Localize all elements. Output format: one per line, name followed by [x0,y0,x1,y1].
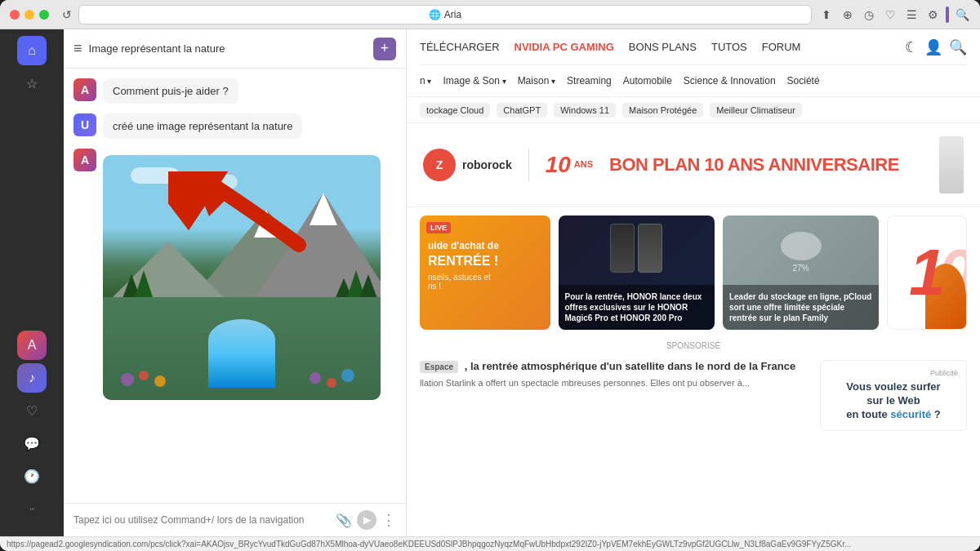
chat-input[interactable] [74,514,329,526]
chat-panel: ≡ + A Comment puis-je aider ? U créé une… [64,29,407,536]
chat-new-button[interactable]: + [373,38,396,60]
sidebar-extension-icon[interactable]: ♪ [17,363,47,393]
sidebar-clock-button[interactable]: 🕐 [17,461,47,491]
card-pcloud[interactable]: 27% Leader du stockage en ligne, pCloud … [723,216,879,330]
nav-nvidia[interactable]: NVIDIA PC GAMING [514,41,614,53]
sidebar-icons: ⌂ ☆ A ♪ ♡ 💬 🕐 ··· [0,29,64,536]
favorite-icon[interactable]: ♡ [882,7,898,23]
minimize-button[interactable] [24,10,34,20]
send-button[interactable]: ▶ [357,510,376,530]
ai-bubble: Comment puis-je aider ? [103,78,238,104]
subnav-n[interactable]: n [420,75,431,87]
card-live-badge: Live [426,222,451,233]
subnav-automobile[interactable]: Automobile [623,75,672,87]
svg-point-13 [310,372,321,384]
chat-title-input[interactable] [89,42,367,55]
more-options-icon[interactable]: ⋮ [381,511,396,529]
site-nav: TÉLÉCHARGER NVIDIA PC GAMING BONS PLANS … [407,29,980,97]
address-bar[interactable]: 🌐 Aria [78,5,812,24]
sidebar-home-button[interactable]: ⌂ [17,36,47,65]
svg-point-15 [341,369,354,382]
vacuum-product-image [939,136,964,193]
browser-actions: ⬆ ⊕ ◷ ♡ ☰ ⚙ 🔍 [818,7,970,23]
card-honor[interactable]: Pour la rentrée, HONOR lance deux offres… [559,216,715,330]
logo-divider [528,149,529,181]
ai-message-row: A Comment puis-je aider ? [74,78,396,104]
sidebar-more-button[interactable]: ··· [17,494,47,523]
nav-telecharger[interactable]: TÉLÉCHARGER [420,41,500,53]
chat-menu-button[interactable]: ≡ [74,40,82,57]
bookmark-icon[interactable]: ⊕ [840,7,856,23]
sidebar-chat-button[interactable]: 💬 [17,429,47,458]
nav-right-icons: ☾ 👤 🔍 [905,38,967,56]
website-panel: TÉLÉCHARGER NVIDIA PC GAMING BONS PLANS … [407,29,980,536]
profile-indicator [946,7,949,23]
card-honor-content: Pour la rentrée, HONOR lance deux offres… [559,285,715,330]
nav-forum[interactable]: FORUM [762,41,801,53]
sidebar-star-button[interactable]: ☆ [17,69,47,98]
phone-images [610,224,662,273]
espace-tag: Espace [420,361,458,373]
ad-label: Publicité [930,369,958,377]
maximize-button[interactable] [39,10,49,20]
site-tags: tockage Cloud ChatGPT Windows 11 Maison … [407,97,980,123]
traffic-lights [10,10,49,20]
svg-point-12 [154,375,166,387]
sidebar-heart-button[interactable]: ♡ [17,396,47,425]
theme-toggle-icon[interactable]: ☾ [905,38,918,56]
subnav-science[interactable]: Science & Innovation [684,75,776,87]
generated-image [103,155,381,400]
ad-text: Vous voulez surfersur le Weben toute séc… [846,380,941,422]
reload-button[interactable]: ↺ [62,8,72,21]
roborock-logo: Z roborock [423,149,512,181]
tag-stockage[interactable]: tockage Cloud [420,103,490,118]
close-button[interactable] [10,10,20,20]
card-number-10[interactable]: 1 0 [887,216,967,330]
tag-maison[interactable]: Maison Protégée [622,103,703,118]
address-text: Aria [444,9,461,20]
user-avatar: U [74,113,96,136]
chat-input-actions: 📎 ▶ ⋮ [336,510,396,530]
tag-windows11[interactable]: Windows 11 [554,103,616,118]
subnav-streaming[interactable]: Streaming [567,75,612,87]
user-icon[interactable]: 👤 [924,38,942,56]
card-pcloud-text: Leader du stockage en ligne, pCloud sort… [729,291,872,323]
brand-logo-circle: Z [423,149,456,181]
attachment-icon[interactable]: 📎 [336,513,352,528]
tag-chatgpt[interactable]: ChatGPT [497,103,547,118]
anniversary-text: ANS [574,159,593,170]
sponsored-label: SPONSORISÉ [407,338,980,353]
brand-name: roborock [462,158,512,171]
chat-messages: A Comment puis-je aider ? U créé une ima… [64,69,406,503]
tag-clim[interactable]: Meilleur Climatiseur [710,103,802,118]
clock-icon[interactable]: ◷ [861,7,877,23]
share-icon[interactable]: ⬆ [818,7,835,23]
card-guide[interactable]: Live uide d'achat deRENTRÉE ! nseils, as… [420,216,550,330]
ai-avatar-2: A [74,149,96,171]
status-url: https://pagead2.googlesyndication.com/pc… [7,540,851,549]
user-bubble: créé une image représentant la nature [103,113,302,139]
promo-banner: Z roborock 10 ANS BON PLAN 10 ANS ANNIVE… [407,123,980,207]
browser-toolbar: ↺ 🌐 Aria ⬆ ⊕ ◷ ♡ ☰ ⚙ 🔍 [62,5,970,24]
ad-section: Espace , la rentrée atmosphérique d'un s… [407,353,980,438]
nav-tutos[interactable]: TUTOS [711,41,747,53]
nav-top: TÉLÉCHARGER NVIDIA PC GAMING BONS PLANS … [420,29,967,65]
anniversary-badge: 10 ANS [546,152,593,178]
cloud-icon: 27% [781,232,822,273]
menu-icon[interactable]: ☰ [903,7,920,23]
ai-avatar: A [74,78,96,101]
article-title[interactable]: Espace , la rentrée atmosphérique d'un s… [420,360,812,374]
large-number-10: 1 [909,240,946,305]
search-icon[interactable]: 🔍 [954,7,970,23]
card-guide-text: uide d'achat deRENTRÉE ! [428,240,542,269]
svg-point-10 [121,373,134,386]
sidebar-aria-app[interactable]: A [17,331,47,360]
sidebar-bottom: A ♪ ♡ 💬 🕐 ··· [17,331,47,530]
settings-icon[interactable]: ⚙ [924,7,941,23]
nav-bons-plans[interactable]: BONS PLANS [629,41,697,53]
subnav-image-son[interactable]: Image & Son [443,75,506,87]
subnav-societe[interactable]: Société [787,75,820,87]
chat-input-area: 📎 ▶ ⋮ [64,503,406,536]
subnav-maison[interactable]: Maison [518,75,555,87]
search-nav-icon[interactable]: 🔍 [949,38,967,56]
